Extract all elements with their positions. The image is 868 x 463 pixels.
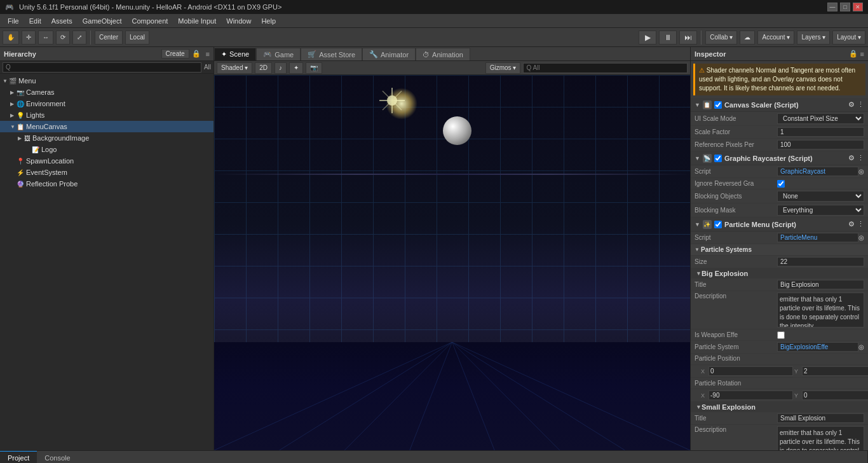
blocking-mask-dropdown[interactable]: Everything [777, 205, 864, 216]
blocking-objects-dropdown[interactable]: None [777, 191, 864, 202]
scene-tabs: ✦ Scene 🎮 Game 🛒 Asset Store 🔧 Animator … [214, 47, 690, 61]
rot-x-input[interactable] [709, 390, 793, 400]
is-weapon-checkbox[interactable] [777, 331, 785, 339]
inspector-lock-icon[interactable]: 🔒 [849, 50, 858, 58]
local-button[interactable]: Local [125, 31, 149, 45]
rot-y-input[interactable] [802, 390, 868, 400]
menu-mobile-input[interactable]: Mobile Input [173, 16, 221, 26]
scene-search-input[interactable] [523, 63, 688, 73]
particle-system-value[interactable]: BigExplosionEffe [777, 342, 858, 352]
canvas-scaler-checkbox[interactable] [714, 101, 722, 109]
maximize-button[interactable]: □ [840, 3, 850, 11]
fx-button[interactable]: ✦ [289, 62, 303, 74]
menu-help[interactable]: Help [256, 16, 281, 26]
shaded-dropdown[interactable]: Shaded ▾ [217, 62, 252, 74]
menu-component[interactable]: Component [126, 16, 173, 26]
hier-item-reflectionprobe[interactable]: 🔮 Reflection Probe [0, 178, 214, 190]
tab-scene[interactable]: ✦ Scene [214, 48, 256, 60]
script-row-gr: Script GraphicRaycast ◎ [691, 165, 868, 178]
hier-item-menucanvas[interactable]: ▼ 📋 MenuCanvas [0, 121, 214, 132]
pause-button[interactable]: ⏸ [659, 31, 677, 45]
hier-item-backgroundimage[interactable]: ▶ 🖼 BackgroundImage [0, 132, 214, 144]
particle-menu-checkbox[interactable] [714, 221, 722, 228]
tab-game[interactable]: 🎮 Game [256, 48, 301, 60]
account-button[interactable]: Account ▾ [757, 31, 794, 45]
collab-button[interactable]: Collab ▾ [705, 31, 737, 45]
hier-item-lights[interactable]: ▶ 💡 Lights [0, 109, 214, 121]
menu-assets[interactable]: Assets [46, 16, 78, 26]
script-value-gr[interactable]: GraphicRaycast [777, 167, 858, 176]
small-explosion-header[interactable]: ▼ Small Explosion [691, 402, 868, 412]
hier-item-eventsystem[interactable]: ⚡ EventSystem [0, 167, 214, 178]
size-input[interactable] [777, 257, 864, 266]
blocking-objects-row: Blocking Objects None [691, 190, 868, 204]
big-exp-desc-textarea[interactable]: emitter that has only 1 particle over it… [777, 293, 864, 328]
canvas-scaler-more-icon[interactable]: ⋮ [857, 100, 864, 109]
ignore-reversed-checkbox[interactable] [777, 180, 785, 188]
camera-button[interactable]: 📷 [306, 62, 322, 74]
hierarchy-search-bar: All [0, 61, 214, 74]
gizmos-dropdown[interactable]: Gizmos ▾ [485, 62, 521, 74]
scene-view[interactable] [214, 75, 690, 450]
hier-item-logo[interactable]: 📝 Logo [0, 144, 214, 155]
transform-scale-tool[interactable]: ⟳ [56, 31, 70, 45]
hier-item-menu[interactable]: ▼ 🎬 Menu [0, 75, 214, 86]
big-exp-title-input[interactable] [777, 280, 864, 289]
tab-asset-store[interactable]: 🛒 Asset Store [301, 48, 362, 60]
tab-console[interactable]: Console [37, 451, 78, 464]
script-value-pm[interactable]: ParticleMenu [777, 233, 858, 242]
graphic-raycaster-settings-icon[interactable]: ⚙ [848, 154, 855, 162]
center-button[interactable]: Center [95, 31, 123, 45]
hierarchy-menu-icon[interactable]: ≡ [206, 50, 210, 58]
hierarchy-create-button[interactable]: Create [161, 49, 189, 59]
script-target-pm-icon[interactable]: ◎ [858, 234, 864, 241]
cloud-button[interactable]: ☁ [740, 31, 755, 45]
tab-project[interactable]: Project [0, 451, 37, 464]
close-button[interactable]: ✕ [853, 3, 863, 11]
transform-hand-tool[interactable]: ✋ [3, 31, 19, 45]
transform-rect-tool[interactable]: ⤢ [72, 31, 86, 45]
particle-system-target-icon[interactable]: ◎ [858, 343, 864, 350]
particle-position-label: Particle Position [695, 355, 777, 362]
particle-menu-header[interactable]: ▼ ✨ Particle Menu (Script) ⚙ ⋮ [691, 218, 868, 232]
graphic-raycaster-more-icon[interactable]: ⋮ [857, 154, 864, 162]
menu-edit[interactable]: Edit [24, 16, 46, 26]
particle-menu-title: Particle Menu (Script) [724, 221, 846, 228]
minimize-button[interactable]: — [827, 3, 837, 11]
big-explosion-header[interactable]: ▼ Big Explosion [691, 268, 868, 279]
graphic-raycaster-header[interactable]: ▼ 📡 Graphic Raycaster (Script) ⚙ ⋮ [691, 151, 868, 165]
menu-window[interactable]: Window [221, 16, 256, 26]
play-button[interactable]: ▶ [639, 31, 656, 45]
menu-file[interactable]: File [3, 16, 24, 26]
canvas-scaler-header[interactable]: ▼ 📋 Canvas Scaler (Script) ⚙ ⋮ [691, 98, 868, 112]
tab-animator[interactable]: 🔧 Animator [362, 48, 416, 60]
pos-x-input[interactable] [709, 366, 793, 376]
menu-gameobject[interactable]: GameObject [78, 16, 127, 26]
transform-rotate-tool[interactable]: ↔ [38, 31, 53, 45]
tab-animation[interactable]: ⏱ Animation [416, 48, 470, 60]
particle-menu-more-icon[interactable]: ⋮ [857, 220, 864, 228]
scale-factor-input[interactable] [777, 127, 864, 137]
inspector-menu-icon[interactable]: ≡ [860, 50, 864, 58]
particle-menu-settings-icon[interactable]: ⚙ [848, 220, 855, 228]
audio-button[interactable]: ♪ [275, 62, 287, 74]
hier-item-environment[interactable]: ▶ 🌐 Environment [0, 98, 214, 109]
pos-y-input[interactable] [802, 366, 868, 376]
layout-button[interactable]: Layout ▾ [832, 31, 865, 45]
hier-item-cameras[interactable]: ▶ 📷 Cameras [0, 86, 214, 98]
step-button[interactable]: ⏭ [679, 31, 697, 45]
layers-button[interactable]: Layers ▾ [797, 31, 830, 45]
2d-button[interactable]: 2D [255, 62, 272, 74]
hier-item-spawnlocation[interactable]: 📍 SpawnLocation [0, 155, 214, 167]
rot-y-field: Y [794, 390, 868, 400]
script-target-gr-icon[interactable]: ◎ [858, 168, 864, 175]
hierarchy-lock-icon[interactable]: 🔒 [192, 50, 201, 58]
small-exp-title-input[interactable] [777, 413, 864, 423]
canvas-scaler-settings-icon[interactable]: ⚙ [848, 100, 855, 109]
ref-pixels-input[interactable] [777, 140, 864, 149]
transform-move-tool[interactable]: ✛ [22, 31, 36, 45]
small-exp-desc-textarea[interactable]: emitter that has only 1 particle over it… [777, 426, 864, 450]
graphic-raycaster-checkbox[interactable] [714, 155, 722, 162]
ui-scale-mode-dropdown[interactable]: Constant Pixel Size [777, 113, 864, 124]
hierarchy-search-input[interactable] [3, 62, 201, 73]
